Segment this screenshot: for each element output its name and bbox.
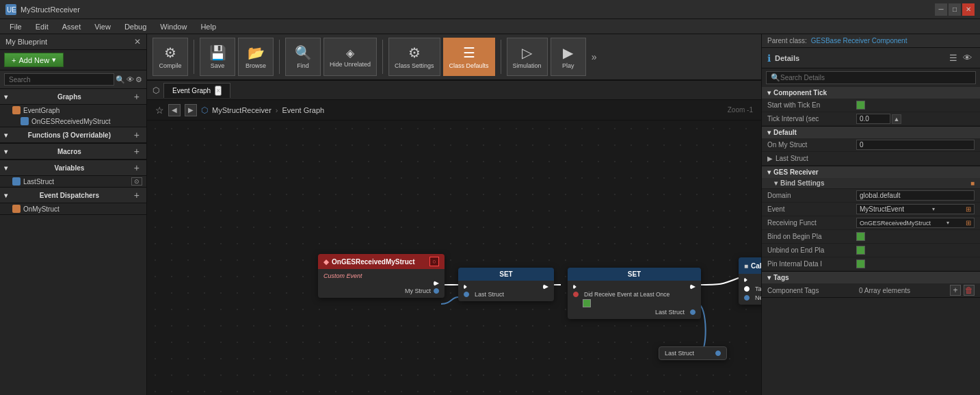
ges-receiver-header[interactable]: ▾ GES Receiver bbox=[762, 166, 980, 178]
receiving-func-link-icon[interactable]: ⊞ bbox=[966, 219, 971, 227]
play-button[interactable]: ▶ Play bbox=[551, 38, 586, 76]
tick-interval-row: Tick Interval (sec ▲ bbox=[762, 112, 980, 126]
visibility-toggle-button[interactable]: 👁 bbox=[127, 75, 134, 84]
last-struct-eye-button[interactable]: ⊙ bbox=[131, 177, 142, 186]
toolbar-expand-button[interactable]: » bbox=[589, 51, 600, 62]
set1-exec-row bbox=[464, 283, 548, 290]
menu-edit[interactable]: Edit bbox=[29, 21, 55, 32]
filter-button[interactable]: ⚙ bbox=[135, 75, 142, 84]
maximize-button[interactable]: □ bbox=[949, 3, 961, 16]
call-target-in[interactable] bbox=[744, 286, 750, 292]
browse-button[interactable]: 📂 Browse bbox=[238, 38, 274, 76]
home-icon[interactable]: ☆ bbox=[155, 105, 164, 116]
add-new-button[interactable]: + Add New ▾ bbox=[4, 53, 64, 67]
blueprint-panel-close[interactable]: ✕ bbox=[134, 37, 141, 47]
tags-add-button[interactable]: + bbox=[950, 285, 961, 296]
details-search-input[interactable] bbox=[780, 74, 971, 81]
last-struct-variable-item[interactable]: LastStruct ⊙ bbox=[0, 176, 146, 187]
menu-help[interactable]: Help bbox=[194, 21, 223, 32]
set2-did-receive-row: Did Receive Event at Least Once bbox=[573, 290, 696, 298]
menu-window[interactable]: Window bbox=[153, 21, 194, 32]
last-struct-details-row: ▶ Last Struct bbox=[762, 152, 980, 166]
component-tick-header[interactable]: ▾ Component Tick bbox=[762, 87, 980, 99]
details-eye-button[interactable]: 👁 bbox=[960, 51, 975, 64]
event-graph-tab[interactable]: Event Graph × bbox=[163, 83, 230, 98]
last-struct-expand-arrow[interactable]: ▶ bbox=[767, 155, 773, 162]
blueprint-canvas[interactable]: ◆ OnGESReceivedMyStruct ○ Custom Event M… bbox=[147, 120, 761, 395]
call-on-my-struct-node[interactable]: ■ Call On My Struct ⊞ Target self bbox=[739, 257, 761, 305]
graphs-add-button[interactable]: + bbox=[131, 91, 142, 102]
breadcrumb-back-button[interactable]: ◀ bbox=[168, 104, 181, 116]
close-button[interactable]: ✕ bbox=[962, 3, 975, 16]
unbind-on-end-checkbox[interactable] bbox=[856, 246, 865, 255]
domain-input[interactable] bbox=[856, 190, 975, 201]
menu-file[interactable]: File bbox=[3, 21, 29, 32]
set1-exec-out[interactable] bbox=[543, 284, 548, 290]
tick-interval-spin-up[interactable]: ▲ bbox=[892, 114, 901, 124]
bind-settings-header[interactable]: ▾ Bind Settings ■ bbox=[762, 178, 980, 189]
blueprint-search-bar: 🔍 👁 ⚙ bbox=[0, 71, 146, 89]
call-new-data-in[interactable] bbox=[744, 295, 750, 301]
tick-interval-input[interactable] bbox=[856, 114, 890, 124]
set1-struct-in[interactable] bbox=[464, 292, 469, 297]
set1-exec-in[interactable] bbox=[464, 284, 469, 290]
event-graph-tab-close[interactable]: × bbox=[215, 86, 222, 96]
functions-add-button[interactable]: + bbox=[131, 129, 142, 140]
graphs-section-header[interactable]: ▾ Graphs + bbox=[0, 89, 146, 105]
last-struct-output-pin[interactable] bbox=[715, 351, 721, 356]
set2-exec-out[interactable] bbox=[690, 284, 696, 290]
simulation-button[interactable]: ▷ Simulation bbox=[507, 38, 548, 76]
variables-add-button[interactable]: + bbox=[131, 162, 142, 173]
default-section-header[interactable]: ▾ Default bbox=[762, 127, 980, 138]
event-dropdown[interactable]: MyStructEvent ▾ ⊞ bbox=[856, 204, 975, 214]
set2-node[interactable]: SET Did Receive Event at Least Once bbox=[568, 268, 701, 319]
tags-header[interactable]: ▾ Tags bbox=[762, 272, 980, 283]
compile-button[interactable]: ⚙ Compile bbox=[153, 38, 188, 76]
last-struct-details-label: Last Struct bbox=[776, 155, 864, 162]
details-list-button[interactable]: ☰ bbox=[946, 51, 960, 64]
set1-node[interactable]: SET Last Struct bbox=[458, 268, 554, 301]
custom-event-struct-out[interactable] bbox=[434, 288, 439, 294]
hide-unrelated-button[interactable]: ◈ Hide Unrelated bbox=[323, 38, 377, 76]
class-settings-button[interactable]: ⚙ Class Settings bbox=[388, 38, 440, 76]
event-graph-item[interactable]: EventGraph bbox=[0, 105, 146, 116]
last-struct-output-node[interactable]: Last Struct bbox=[659, 346, 727, 360]
receiving-func-dropdown[interactable]: OnGESReceivedMyStruct ▾ ⊞ bbox=[856, 218, 975, 228]
save-button[interactable]: 💾 Save bbox=[200, 38, 235, 76]
event-dispatchers-add-button[interactable]: + bbox=[131, 190, 142, 201]
class-defaults-button[interactable]: ☰ Class Defaults bbox=[443, 38, 495, 76]
blueprint-search-input[interactable] bbox=[4, 73, 114, 86]
set2-title: SET bbox=[628, 270, 641, 278]
custom-event-node[interactable]: ◆ OnGESReceivedMyStruct ○ Custom Event M… bbox=[318, 254, 445, 298]
menu-asset[interactable]: Asset bbox=[55, 21, 88, 32]
menu-view[interactable]: View bbox=[88, 21, 118, 32]
search-button[interactable]: 🔍 bbox=[116, 75, 125, 84]
call-exec-in[interactable] bbox=[744, 277, 750, 283]
parent-class-value[interactable]: GESBase Receiver Component bbox=[811, 37, 908, 44]
functions-section-header[interactable]: ▾ Functions (3 Overridable) + bbox=[0, 127, 146, 143]
menu-debug[interactable]: Debug bbox=[118, 21, 153, 32]
macros-add-button[interactable]: + bbox=[131, 146, 142, 157]
set2-checkbox[interactable] bbox=[583, 299, 591, 307]
tags-remove-button[interactable]: 🗑 bbox=[964, 285, 975, 296]
custom-event-diamond-icon: ◆ bbox=[323, 258, 329, 266]
set2-struct-out[interactable] bbox=[690, 309, 696, 315]
custom-event-exec-out[interactable] bbox=[434, 281, 439, 286]
set2-exec-in[interactable] bbox=[573, 284, 579, 290]
custom-event-struct-row: My Struct bbox=[323, 287, 439, 295]
set2-red-in[interactable] bbox=[573, 292, 579, 297]
event-dispatchers-section-header[interactable]: ▾ Event Dispatchers + bbox=[0, 188, 146, 203]
on-ges-received-item[interactable]: OnGESReceivedMyStruct bbox=[0, 116, 146, 127]
find-button[interactable]: 🔍 Find bbox=[285, 38, 321, 76]
breadcrumb-forward-button[interactable]: ▶ bbox=[185, 104, 197, 116]
on-my-struct-input[interactable] bbox=[856, 140, 975, 150]
variables-section-header[interactable]: ▾ Variables + bbox=[0, 160, 146, 176]
macros-section-header[interactable]: ▾ Macros + bbox=[0, 144, 146, 160]
custom-event-pin[interactable]: ○ bbox=[429, 257, 439, 266]
minimize-button[interactable]: ─ bbox=[935, 3, 947, 16]
event-dropdown-link-icon[interactable]: ⊞ bbox=[966, 205, 971, 213]
bind-on-begin-checkbox[interactable] bbox=[856, 232, 865, 241]
pin-internal-checkbox[interactable] bbox=[856, 259, 865, 268]
on-my-struct-item[interactable]: OnMyStruct bbox=[0, 203, 146, 214]
start-with-tick-checkbox[interactable] bbox=[856, 101, 865, 110]
